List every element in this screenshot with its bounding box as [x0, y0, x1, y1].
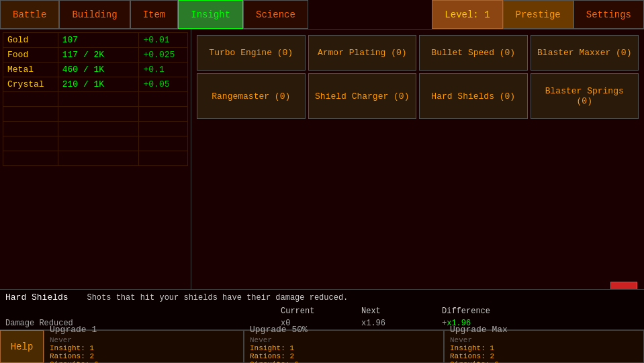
- upgrade-1-cost-insight: Insight: 1: [50, 344, 94, 352]
- gold-value: 107: [58, 33, 139, 48]
- upgrade-rangemaster[interactable]: Rangemaster (0): [197, 73, 306, 119]
- resource-row-metal: Metal 460 / 1K +0.1: [3, 63, 188, 77]
- tab-building[interactable]: Building: [59, 0, 130, 29]
- upgrade-max-cost-rations: Rations: 2: [450, 352, 494, 360]
- resource-row-empty-2: [3, 107, 188, 122]
- metal-label: Metal: [3, 63, 58, 77]
- prestige-button[interactable]: Prestige: [503, 0, 573, 29]
- stats-header: Current Next Difference: [0, 305, 644, 317]
- resource-row-food: Food 117 / 2K +0.025: [3, 48, 188, 63]
- upgrade-blaster-maxxer[interactable]: Blaster Maxxer (0): [531, 35, 639, 71]
- upgrade-50-cost-rations: Rations: 2: [250, 352, 294, 360]
- upgrade-shield-charger[interactable]: Shield Charger (0): [308, 73, 417, 119]
- resource-row-empty-1: [3, 92, 188, 107]
- help-button[interactable]: Help: [0, 330, 44, 363]
- stats-col-next: Next: [361, 307, 442, 316]
- tab-science[interactable]: Science: [243, 0, 308, 29]
- resource-row-empty-4: [3, 136, 188, 151]
- metal-value: 460 / 1K: [58, 63, 139, 77]
- tab-battle[interactable]: Battle: [0, 0, 59, 29]
- settings-button[interactable]: Settings: [573, 0, 644, 29]
- upgrade-1-cost-circuits: Circuits: 6: [50, 360, 99, 363]
- resource-row-crystal: Crystal 210 / 1K +0.05: [3, 77, 188, 92]
- upgrade-1-title: Upgrade 1: [50, 325, 97, 335]
- upgrade-1-cost-rations: Rations: 2: [50, 352, 94, 360]
- food-rate: +0.025: [139, 48, 188, 63]
- main-layout: Gold 107 +0.01 Food 117 / 2K +0.025 Meta…: [0, 30, 644, 363]
- upgrade-actions: Help Upgrade 1 Never Insight: 1 Rations:…: [0, 329, 644, 363]
- stats-col-diff: Difference: [442, 307, 522, 316]
- upgrade-turbo-engine[interactable]: Turbo Engine (0): [197, 35, 306, 71]
- crystal-value: 210 / 1K: [58, 77, 139, 92]
- nav-spacer: [308, 0, 432, 29]
- resource-row-gold: Gold 107 +0.01: [3, 33, 188, 48]
- tab-item[interactable]: Item: [130, 0, 179, 29]
- upgrade-armor-plating[interactable]: Armor Plating (0): [308, 35, 417, 71]
- upgrade-max-button[interactable]: Upgrade Max Never Insight: 1 Rations: 2 …: [444, 330, 644, 363]
- upgrade-50-title: Upgrade 50%: [250, 325, 308, 335]
- upgrade-50-cost-insight: Insight: 1: [250, 344, 294, 352]
- upgrade-info-desc: Shots that hit your shields have their d…: [87, 293, 348, 302]
- gold-rate: +0.01: [139, 33, 188, 48]
- upgrade-1-sub: Never: [50, 336, 72, 344]
- upgrade-max-cost-circuits: Circuits: 6: [450, 360, 499, 363]
- tab-insight[interactable]: Insight: [178, 0, 243, 29]
- food-label: Food: [3, 48, 58, 63]
- resource-table: Gold 107 +0.01 Food 117 / 2K +0.025 Meta…: [3, 32, 188, 166]
- upgrade-info-title: Hard Shields: [5, 292, 68, 302]
- upgrade-50-button[interactable]: Upgrade 50% Never Insight: 1 Rations: 2 …: [244, 330, 444, 363]
- upgrade-50-sub: Never: [250, 336, 272, 344]
- food-value: 117 / 2K: [58, 48, 139, 63]
- stats-damage-next: x1.96: [361, 319, 442, 328]
- stats-col-label: [5, 307, 106, 316]
- gold-label: Gold: [3, 33, 58, 48]
- stats-col-current: Current: [281, 307, 361, 316]
- upgrade-50-cost-circuits: Circuits: 6: [250, 360, 299, 363]
- bottom-panel: Hard Shields Shots that hit your shields…: [0, 289, 644, 363]
- upgrade-hard-shields[interactable]: Hard Shields (0): [419, 73, 528, 119]
- crystal-rate: +0.05: [139, 77, 188, 92]
- metal-rate: +0.1: [139, 63, 188, 77]
- top-navigation: Battle Building Item Insight Science Lev…: [0, 0, 644, 30]
- upgrade-max-sub: Never: [450, 336, 472, 344]
- info-section: Hard Shields Shots that hit your shields…: [0, 290, 644, 305]
- resource-row-empty-5: [3, 151, 188, 166]
- upgrade-max-title: Upgrade Max: [450, 325, 508, 335]
- upgrade-max-cost-insight: Insight: 1: [450, 344, 494, 352]
- level-display: Level: 1: [432, 0, 502, 29]
- upgrade-bullet-speed[interactable]: Bullet Speed (0): [419, 35, 528, 71]
- upgrade-grid: Turbo Engine (0) Armor Plating (0) Bulle…: [194, 32, 641, 122]
- upgrade-1-button[interactable]: Upgrade 1 Never Insight: 1 Rations: 2 Ci…: [44, 330, 244, 363]
- crystal-label: Crystal: [3, 77, 58, 92]
- upgrade-blaster-springs[interactable]: Blaster Springs (0): [531, 73, 639, 119]
- resource-row-empty-3: [3, 122, 188, 136]
